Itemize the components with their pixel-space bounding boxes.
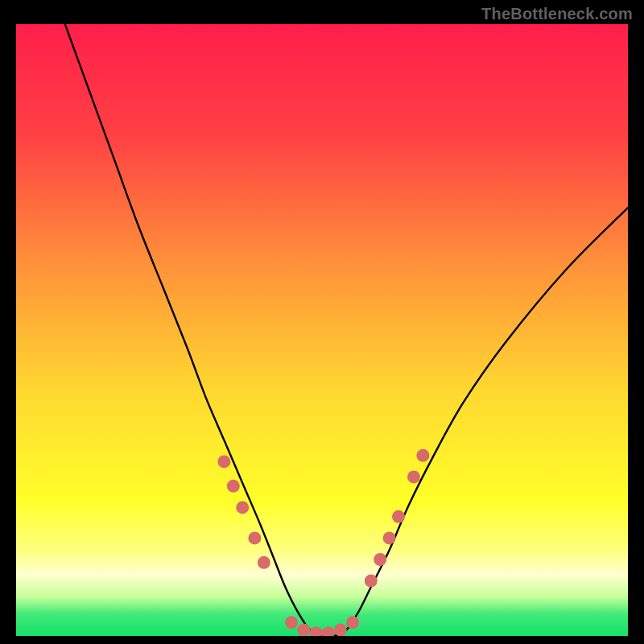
curve-marker — [383, 531, 396, 544]
curve-marker — [407, 470, 420, 483]
chart-background — [16, 24, 628, 636]
curve-marker — [227, 480, 240, 493]
curve-marker — [248, 531, 261, 544]
curve-marker — [374, 553, 386, 566]
curve-marker — [346, 616, 359, 629]
curve-marker — [217, 455, 230, 468]
curve-marker — [236, 501, 249, 514]
bottleneck-chart — [16, 24, 628, 636]
curve-marker — [258, 556, 270, 569]
curve-marker — [297, 623, 310, 636]
curve-marker — [392, 510, 405, 523]
watermark-text: TheBottleneck.com — [481, 5, 633, 23]
curve-marker — [334, 623, 347, 636]
curve-marker — [416, 449, 429, 462]
chart-frame — [16, 24, 628, 636]
curve-marker — [285, 616, 298, 629]
curve-marker — [365, 575, 378, 588]
